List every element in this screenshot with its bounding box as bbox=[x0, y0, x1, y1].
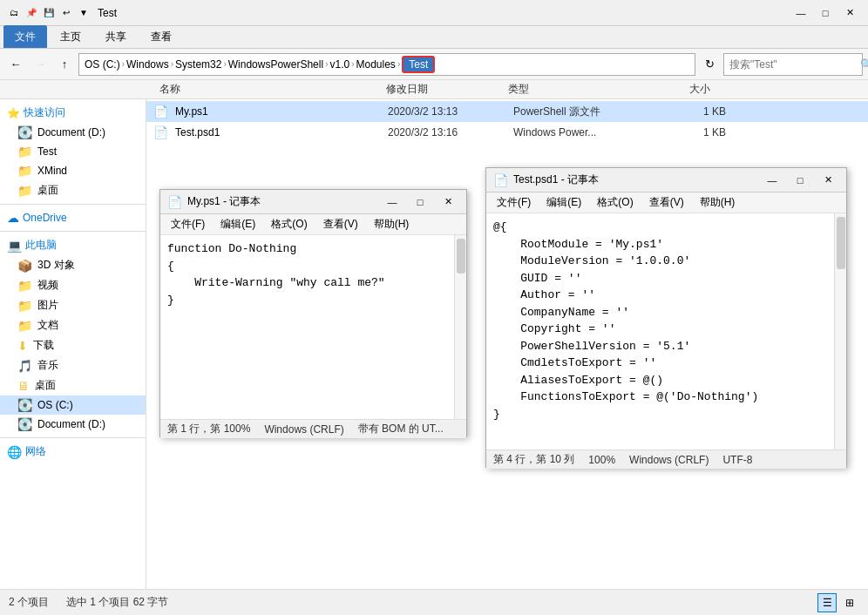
notepad2-menu-file[interactable]: 文件(F) bbox=[490, 193, 538, 212]
path-system32[interactable]: System32 bbox=[175, 58, 221, 71]
notepad2-position: 第 4 行，第 10 列 bbox=[493, 452, 574, 467]
notepad1-menu-format[interactable]: 格式(O) bbox=[264, 215, 314, 233]
notepad2-titlebar: 📄 Test.psd1 - 记事本 — □ ✕ bbox=[486, 168, 846, 193]
address-path[interactable]: OS (C:) › Windows › System32 › WindowsPo… bbox=[78, 53, 695, 76]
quick-access-header[interactable]: ⭐ 快速访问 bbox=[0, 103, 146, 123]
title-bar: 🗂 📌 💾 ↩ ▼ Test — □ ✕ bbox=[0, 0, 868, 26]
sidebar-item-desktop[interactable]: 📁 桌面 bbox=[0, 180, 146, 200]
sidebar-item-xmind[interactable]: 📁 XMind bbox=[0, 161, 146, 180]
notepad2-maximize[interactable]: □ bbox=[789, 171, 811, 190]
notepad2-menubar: 文件(F) 编辑(E) 格式(O) 查看(V) 帮助(H) bbox=[486, 193, 846, 213]
sidebar-item-os-c[interactable]: 💽 OS (C:) bbox=[0, 395, 146, 415]
file-size: 1 KB bbox=[674, 105, 743, 118]
sidebar-item-document-d2[interactable]: 💽 Document (D:) bbox=[0, 415, 146, 434]
notepad1-maximize[interactable]: □ bbox=[409, 193, 431, 212]
notepad2-menu-format[interactable]: 格式(O) bbox=[590, 193, 640, 212]
onedrive-section: ☁ OneDrive bbox=[0, 208, 146, 227]
file-size: 1 KB bbox=[674, 126, 743, 139]
col-date-header[interactable]: 修改日期 bbox=[379, 82, 501, 97]
folder-icon: 📁 bbox=[17, 279, 32, 293]
tab-home[interactable]: 主页 bbox=[49, 25, 92, 48]
tab-share[interactable]: 共享 bbox=[94, 25, 138, 48]
notepad1-minimize[interactable]: — bbox=[381, 193, 403, 212]
window-controls[interactable]: — □ ✕ bbox=[790, 3, 861, 23]
this-pc-section: 💻 此电脑 📦 3D 对象 📁 视频 📁 图片 📁 文档 ⬇ 下载 bbox=[0, 235, 146, 434]
notepad2-encoding: UTF-8 bbox=[722, 454, 752, 466]
path-v1[interactable]: v1.0 bbox=[329, 58, 349, 71]
notepad2-icon: 📄 bbox=[493, 173, 508, 187]
path-modules[interactable]: Modules bbox=[356, 58, 396, 71]
network-header[interactable]: 🌐 网络 bbox=[0, 442, 146, 462]
scrollbar-thumb[interactable] bbox=[457, 239, 465, 274]
sidebar-item-desktop2[interactable]: 🖥 桌面 bbox=[0, 375, 146, 395]
sidebar-item-video[interactable]: 📁 视频 bbox=[0, 275, 146, 295]
tab-file[interactable]: 文件 bbox=[3, 25, 47, 48]
onedrive-header[interactable]: ☁ OneDrive bbox=[0, 208, 146, 227]
notepad2-encoding-win: Windows (CRLF) bbox=[629, 454, 709, 466]
file-icon: 📄 bbox=[153, 125, 168, 139]
sidebar-item-pictures[interactable]: 📁 图片 bbox=[0, 295, 146, 315]
sidebar-item-document-d[interactable]: 💽 Document (D:) bbox=[0, 123, 146, 142]
forward-button[interactable]: → bbox=[30, 54, 51, 75]
notepad1-scrollbar[interactable] bbox=[454, 235, 466, 419]
folder-icon: 📦 bbox=[17, 259, 32, 273]
notepad2-scrollbar[interactable] bbox=[834, 213, 846, 449]
drive-icon: 💽 bbox=[17, 398, 32, 412]
title-bar-icons: 🗂 📌 💾 ↩ ▼ bbox=[7, 6, 91, 20]
up-button[interactable]: ↑ bbox=[54, 54, 75, 75]
notepad2-zoom: 100% bbox=[588, 454, 615, 466]
search-input[interactable] bbox=[729, 58, 860, 71]
folder-icon: 🖥 bbox=[17, 379, 30, 393]
refresh-button[interactable]: ↻ bbox=[699, 54, 720, 75]
file-name: Test.psd1 bbox=[175, 126, 384, 139]
sidebar-item-downloads[interactable]: ⬇ 下载 bbox=[0, 335, 146, 355]
col-size-header[interactable]: 大小 bbox=[658, 82, 728, 97]
tab-view[interactable]: 查看 bbox=[139, 25, 183, 48]
path-c[interactable]: OS (C:) bbox=[85, 58, 120, 71]
notepad2-menu-help[interactable]: 帮助(H) bbox=[693, 193, 743, 212]
col-type-header[interactable]: 类型 bbox=[501, 82, 658, 97]
path-current[interactable]: Test bbox=[402, 56, 435, 73]
sidebar-item-test[interactable]: 📁 Test bbox=[0, 142, 146, 161]
file-row[interactable]: 📄 My.ps1 2020/3/2 13:13 PowerShell 源文件 1… bbox=[146, 101, 868, 122]
notepad1-close[interactable]: ✕ bbox=[437, 193, 459, 212]
back-button[interactable]: ← bbox=[5, 54, 26, 75]
notepad2-minimize[interactable]: — bbox=[761, 171, 783, 190]
notepad1-menu-edit[interactable]: 编辑(E) bbox=[214, 215, 262, 233]
details-view-button[interactable]: ☰ bbox=[817, 593, 837, 612]
file-row[interactable]: 📄 Test.psd1 2020/3/2 13:16 Windows Power… bbox=[146, 122, 868, 143]
sidebar-item-music[interactable]: 🎵 音乐 bbox=[0, 355, 146, 375]
notepad2-menu-edit[interactable]: 编辑(E) bbox=[539, 193, 588, 212]
notepad1-menu-file[interactable]: 文件(F) bbox=[164, 215, 212, 233]
folder-icon: 🎵 bbox=[17, 359, 32, 373]
star-icon: ⭐ bbox=[7, 107, 20, 119]
search-box[interactable]: 🔍 bbox=[723, 53, 863, 76]
file-date: 2020/3/2 13:13 bbox=[388, 105, 510, 118]
maximize-button[interactable]: □ bbox=[814, 3, 837, 23]
notepad1-menu-view[interactable]: 查看(V) bbox=[316, 215, 365, 233]
minimize-button[interactable]: — bbox=[790, 3, 812, 23]
scrollbar-thumb2[interactable] bbox=[837, 217, 845, 269]
address-bar: ← → ↑ OS (C:) › Windows › System32 › Win… bbox=[0, 49, 868, 80]
path-powershell[interactable]: WindowsPowerShell bbox=[228, 58, 323, 71]
app-icon: 🗂 bbox=[7, 6, 21, 20]
sidebar-item-docs[interactable]: 📁 文档 bbox=[0, 315, 146, 335]
grid-view-button[interactable]: ⊞ bbox=[840, 593, 859, 612]
drive-icon: 💽 bbox=[17, 417, 32, 431]
notepad1-content[interactable] bbox=[160, 235, 454, 419]
notepad2-menu-view[interactable]: 查看(V) bbox=[642, 193, 691, 212]
item-count: 2 个项目 bbox=[9, 595, 49, 610]
notepad1-encoding: 带有 BOM 的 UT... bbox=[358, 422, 444, 436]
divider bbox=[0, 204, 146, 205]
drive-icon: 💽 bbox=[17, 125, 32, 139]
notepad1-menu-help[interactable]: 帮助(H) bbox=[367, 215, 417, 233]
close-button[interactable]: ✕ bbox=[838, 3, 861, 23]
this-pc-header[interactable]: 💻 此电脑 bbox=[0, 235, 146, 255]
notepad2-content[interactable] bbox=[486, 213, 834, 449]
path-windows[interactable]: Windows bbox=[126, 58, 169, 71]
notepad2-close[interactable]: ✕ bbox=[817, 171, 839, 190]
sidebar-item-3d[interactable]: 📦 3D 对象 bbox=[0, 255, 146, 275]
notepad1-encoding-win: Windows (CRLF) bbox=[264, 423, 343, 436]
network-section: 🌐 网络 bbox=[0, 442, 146, 462]
col-name-header[interactable]: 名称 bbox=[153, 82, 379, 97]
